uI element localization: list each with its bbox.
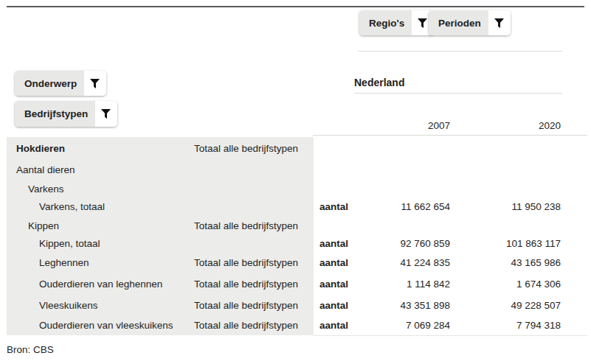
funnel-icon bbox=[488, 10, 511, 35]
onderwerp-filter-button[interactable]: Onderwerp bbox=[15, 71, 106, 96]
row-value-2007: 1 114 842 bbox=[369, 279, 450, 290]
perioden-filter-label: Perioden bbox=[429, 10, 488, 35]
period-header-2020: 2020 bbox=[539, 120, 561, 131]
row-unit: aantal bbox=[314, 238, 369, 249]
row-value-2007: 43 351 898 bbox=[369, 300, 450, 311]
row-topic-label: Kippen, totaal bbox=[7, 238, 192, 249]
period-underline bbox=[313, 135, 587, 136]
row-topic-label: Leghennen bbox=[7, 257, 192, 268]
row-topic-label: Ouderdieren van leghennen bbox=[7, 279, 192, 290]
row-value-2007: 7 069 284 bbox=[369, 320, 450, 331]
table-row: Hokdieren Totaal alle bedrijfstypen bbox=[7, 137, 561, 160]
statline-table-view: Regio's Perioden Onderwerp Bedrijfstypen… bbox=[0, 0, 591, 364]
row-value-2020: 7 794 318 bbox=[450, 320, 561, 331]
regios-filter-label: Regio's bbox=[359, 10, 412, 35]
row-unit: aantal bbox=[314, 201, 369, 212]
row-bedrijfstype: Totaal alle bedrijfstypen bbox=[192, 143, 314, 154]
source-note: Bron: CBS bbox=[7, 344, 54, 355]
row-value-2007: 11 662 654 bbox=[369, 201, 450, 212]
bedrijfstypen-filter-label: Bedrijfstypen bbox=[15, 101, 95, 127]
funnel-icon bbox=[95, 101, 117, 127]
perioden-filter-button[interactable]: Perioden bbox=[429, 10, 511, 35]
row-topic-label: Ouderdieren van vleeskuikens bbox=[7, 320, 192, 331]
period-header-2007: 2007 bbox=[428, 120, 450, 131]
row-bedrijfstype: Totaal alle bedrijfstypen bbox=[192, 320, 314, 331]
row-value-2020: 1 674 306 bbox=[450, 279, 561, 290]
data-table: Hokdieren Totaal alle bedrijfstypen Aant… bbox=[7, 137, 561, 335]
row-value-2020: 49 228 507 bbox=[450, 300, 561, 311]
region-header: Nederland bbox=[354, 77, 404, 88]
row-value-2007: 92 760 859 bbox=[369, 238, 450, 249]
row-unit: aantal bbox=[314, 320, 369, 331]
buttons-underline bbox=[358, 51, 562, 52]
row-bedrijfstype: Totaal alle bedrijfstypen bbox=[192, 279, 314, 290]
table-row: Varkens, totaal aantal 11 662 654 11 950… bbox=[7, 197, 561, 216]
region-underline bbox=[354, 93, 562, 94]
row-value-2020: 11 950 238 bbox=[450, 201, 561, 212]
regios-filter-button[interactable]: Regio's bbox=[359, 10, 434, 35]
row-value-2020: 101 863 117 bbox=[450, 238, 561, 249]
table-row: Aantal dieren bbox=[7, 160, 561, 180]
table-bottom-divider bbox=[314, 335, 587, 336]
row-bedrijfstype: Totaal alle bedrijfstypen bbox=[192, 220, 314, 231]
top-divider bbox=[7, 6, 584, 7]
funnel-icon bbox=[84, 71, 106, 96]
row-bedrijfstype: Totaal alle bedrijfstypen bbox=[192, 257, 314, 268]
table-row: Kippen, totaal aantal 92 760 859 101 863… bbox=[7, 235, 561, 252]
row-unit: aantal bbox=[314, 257, 369, 268]
row-value-2020: 43 165 986 bbox=[450, 257, 561, 268]
row-unit: aantal bbox=[314, 300, 369, 311]
onderwerp-filter-label: Onderwerp bbox=[15, 71, 84, 96]
row-topic-label: Aantal dieren bbox=[7, 164, 192, 175]
row-topic-label: Vleeskuikens bbox=[7, 300, 192, 311]
row-topic-label: Kippen bbox=[7, 220, 192, 231]
table-row: Varkens bbox=[7, 180, 561, 197]
table-row: Kippen Totaal alle bedrijfstypen bbox=[7, 216, 561, 235]
row-topic-label: Hokdieren bbox=[7, 143, 192, 154]
table-row: Leghennen Totaal alle bedrijfstypen aant… bbox=[7, 252, 561, 273]
table-row: Ouderdieren van vleeskuikens Totaal alle… bbox=[7, 315, 561, 335]
row-value-2007: 41 224 835 bbox=[369, 257, 450, 268]
row-topic-label: Varkens, totaal bbox=[7, 201, 192, 212]
row-bedrijfstype: Totaal alle bedrijfstypen bbox=[192, 300, 314, 311]
bedrijfstypen-filter-button[interactable]: Bedrijfstypen bbox=[15, 101, 117, 127]
row-topic-label: Varkens bbox=[7, 183, 192, 195]
table-row: Ouderdieren van leghennen Totaal alle be… bbox=[7, 273, 561, 295]
table-row: Vleeskuikens Totaal alle bedrijfstypen a… bbox=[7, 295, 561, 315]
row-unit: aantal bbox=[314, 279, 369, 290]
